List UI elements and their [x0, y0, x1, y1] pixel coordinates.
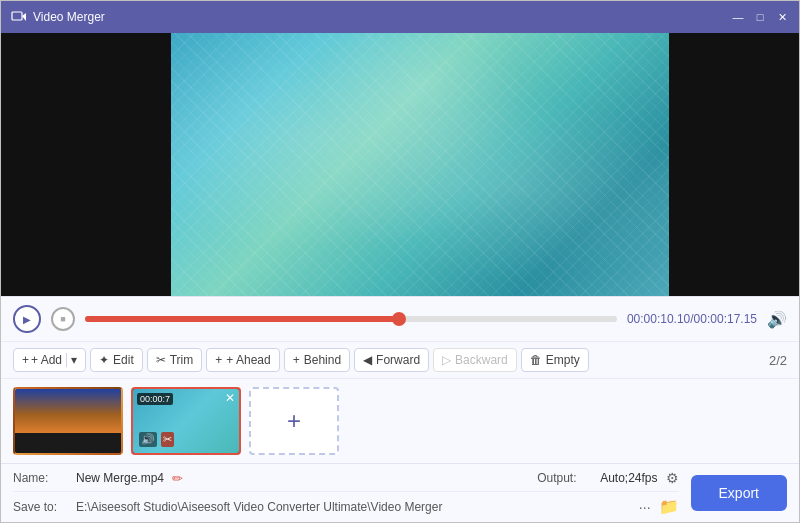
thumb2-time: 00:00:7	[137, 393, 173, 405]
close-button[interactable]: ✕	[775, 10, 789, 24]
timeline-item-2[interactable]: 00:00:7 ✕ 🔊 ✂	[131, 387, 241, 455]
thumb2-inner: 00:00:7 ✕ 🔊 ✂	[133, 389, 239, 453]
thumb2-close-button[interactable]: ✕	[225, 391, 235, 405]
stop-button[interactable]: ■	[51, 307, 75, 331]
play-button[interactable]: ▶	[13, 305, 41, 333]
thumb2-audio-icon: 🔊	[139, 432, 157, 447]
video-black-right	[669, 33, 799, 296]
bottom-bar: Name: New Merge.mp4 ✏ Output: Auto;24fps…	[1, 463, 799, 522]
folder-icon[interactable]: 📁	[659, 497, 679, 516]
behind-button[interactable]: + Behind	[284, 348, 350, 372]
title-bar-text: Video Merger	[33, 10, 731, 24]
toolbar: + + Add ▾ ✦ Edit ✂ Trim + + Ahead + Behi…	[1, 341, 799, 378]
name-value: New Merge.mp4	[76, 471, 164, 485]
progress-fill	[85, 316, 399, 322]
ahead-button[interactable]: + + Ahead	[206, 348, 279, 372]
trim-icon: ✂	[156, 353, 166, 367]
title-bar-controls: — □ ✕	[731, 10, 789, 24]
svg-marker-1	[22, 13, 26, 21]
path-dots-button[interactable]: ···	[639, 499, 651, 515]
add-button[interactable]: + + Add ▾	[13, 348, 86, 372]
minimize-button[interactable]: —	[731, 10, 745, 24]
forward-button[interactable]: ◀ Forward	[354, 348, 429, 372]
output-settings-icon[interactable]: ⚙	[666, 470, 679, 486]
empty-button[interactable]: 🗑 Empty	[521, 348, 589, 372]
stop-icon: ■	[60, 314, 65, 324]
ahead-label: + Ahead	[226, 353, 270, 367]
volume-button[interactable]: 🔊	[767, 310, 787, 329]
bottom-name-row: Name: New Merge.mp4 ✏ Output: Auto;24fps…	[13, 470, 679, 486]
progress-bar[interactable]	[85, 316, 617, 322]
timeline-area: 00:00:7 ✕ 🔊 ✂ +	[1, 378, 799, 463]
edit-label: Edit	[113, 353, 134, 367]
output-value: Auto;24fps	[600, 471, 657, 485]
playback-controls: ▶ ■ 00:00:10.10/00:00:17.15 🔊	[1, 296, 799, 341]
page-count: 2/2	[769, 353, 787, 368]
save-label: Save to:	[13, 500, 68, 514]
thumb2-cut-icon: ✂	[161, 432, 174, 447]
app-window: Video Merger — □ ✕ ▶ ■ 00:00:10.10/00:00…	[0, 0, 800, 523]
progress-dot	[392, 312, 406, 326]
edit-button[interactable]: ✦ Edit	[90, 348, 143, 372]
thumb1-inner	[15, 389, 121, 453]
output-label: Output:	[537, 471, 592, 485]
water-effect	[171, 33, 669, 296]
thumb1-ground	[15, 433, 121, 453]
edit-name-icon[interactable]: ✏	[172, 471, 183, 486]
backward-label: Backward	[455, 353, 508, 367]
add-clip-button[interactable]: +	[249, 387, 339, 455]
forward-icon: ◀	[363, 353, 372, 367]
thumb1-sunset	[15, 389, 121, 453]
name-label: Name:	[13, 471, 68, 485]
backward-icon: ▷	[442, 353, 451, 367]
add-label: + Add	[31, 353, 62, 367]
export-button[interactable]: Export	[691, 475, 787, 511]
ahead-icon: +	[215, 353, 222, 367]
thumb2-icons: 🔊 ✂	[139, 432, 174, 447]
behind-icon: +	[293, 353, 300, 367]
play-icon: ▶	[23, 314, 31, 325]
maximize-button[interactable]: □	[753, 10, 767, 24]
timeline-item-1[interactable]	[13, 387, 123, 455]
trim-label: Trim	[170, 353, 194, 367]
video-content	[171, 33, 669, 296]
empty-label: Empty	[546, 353, 580, 367]
video-preview	[1, 33, 799, 296]
edit-icon: ✦	[99, 353, 109, 367]
save-path: E:\Aiseesoft Studio\Aiseesoft Video Conv…	[76, 500, 631, 514]
empty-icon: 🗑	[530, 353, 542, 367]
forward-label: Forward	[376, 353, 420, 367]
app-icon	[11, 9, 27, 25]
svg-rect-0	[12, 12, 22, 20]
title-bar: Video Merger — □ ✕	[1, 1, 799, 33]
bottom-save-row: Save to: E:\Aiseesoft Studio\Aiseesoft V…	[13, 497, 679, 516]
backward-button[interactable]: ▷ Backward	[433, 348, 517, 372]
bottom-divider	[13, 491, 679, 492]
bottom-info: Name: New Merge.mp4 ✏ Output: Auto;24fps…	[13, 470, 679, 516]
add-dropdown-arrow[interactable]: ▾	[66, 353, 77, 367]
add-icon: +	[22, 353, 29, 367]
trim-button[interactable]: ✂ Trim	[147, 348, 203, 372]
time-display: 00:00:10.10/00:00:17.15	[627, 312, 757, 326]
video-black-left	[1, 33, 171, 296]
behind-label: Behind	[304, 353, 341, 367]
